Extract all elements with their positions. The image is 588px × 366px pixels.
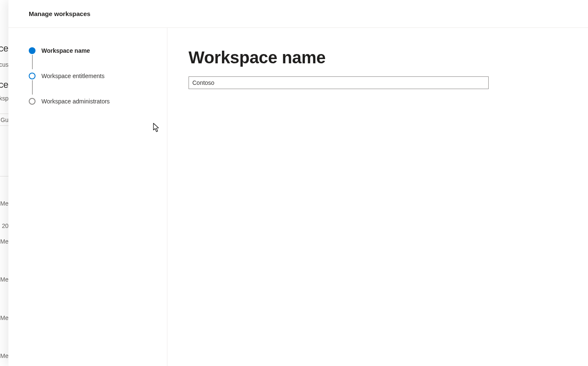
step-connector <box>32 80 33 95</box>
background-obscured-panel: ce cus ce rksp Gu Me 20 Me Me Me Me <box>0 0 8 366</box>
step-indicator-next-icon <box>29 73 36 79</box>
panel-title: Manage workspaces <box>29 10 90 17</box>
bg-fragment: Me <box>0 200 8 207</box>
step-connector <box>32 55 33 69</box>
bg-divider <box>0 176 8 176</box>
step-indicator-inactive-icon <box>29 98 36 105</box>
content-heading: Workspace name <box>189 48 567 67</box>
bg-fragment: rksp <box>0 95 8 102</box>
bg-fragment: Me <box>0 276 8 283</box>
bg-fragment: ce <box>0 79 8 90</box>
bg-fragment: 20 <box>2 222 8 229</box>
bg-fragment: Gu <box>0 117 8 123</box>
step-indicator-active-icon <box>29 47 36 54</box>
panel-header: Manage workspaces <box>8 0 588 28</box>
workspace-name-input[interactable] <box>189 76 489 89</box>
bg-fragment: Me <box>0 314 8 321</box>
bg-fragment: ce <box>0 43 8 54</box>
panel-body: Workspace name Workspace entitlements Wo… <box>8 28 588 366</box>
step-label: Workspace administrators <box>41 98 110 105</box>
bg-fragment: Me <box>0 238 8 245</box>
bg-fragment: cus <box>0 61 8 68</box>
wizard-content: Workspace name <box>167 28 588 366</box>
step-workspace-entitlements[interactable]: Workspace entitlements <box>29 71 167 81</box>
step-label: Workspace entitlements <box>41 73 104 79</box>
step-workspace-administrators[interactable]: Workspace administrators <box>29 96 167 106</box>
bg-fragment: Me <box>0 352 8 359</box>
bg-divider <box>0 125 8 126</box>
wizard-stepper: Workspace name Workspace entitlements Wo… <box>8 28 167 366</box>
bg-divider <box>0 114 8 114</box>
step-workspace-name[interactable]: Workspace name <box>29 46 167 56</box>
manage-workspaces-panel: Manage workspaces Workspace name Workspa… <box>8 0 588 366</box>
step-label: Workspace name <box>41 47 90 54</box>
